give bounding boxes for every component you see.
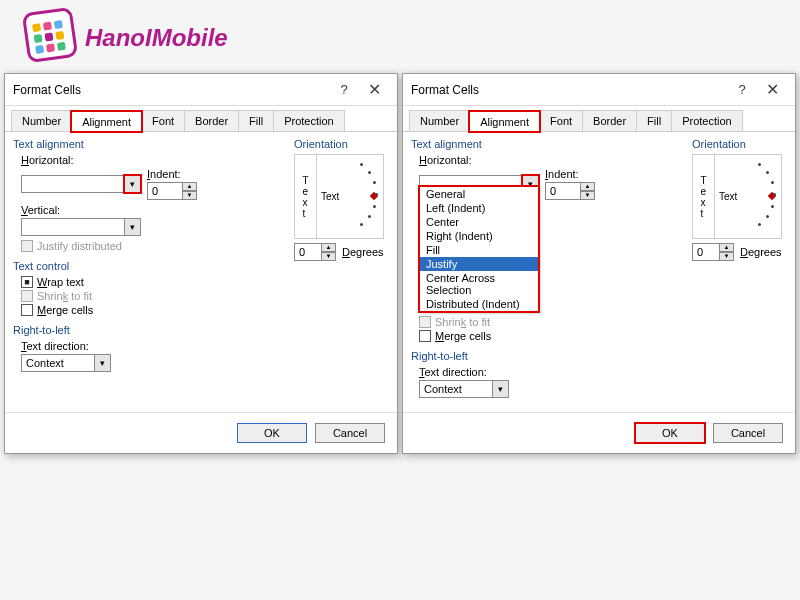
ok-button[interactable]: OK (635, 423, 705, 443)
merge-checkbox[interactable] (21, 304, 33, 316)
chevron-down-icon: ▾ (130, 222, 135, 232)
merge-checkbox[interactable] (419, 330, 431, 342)
shrink-checkbox (419, 316, 431, 328)
tab-font[interactable]: Font (141, 110, 185, 131)
degrees-down[interactable]: ▼ (321, 252, 336, 261)
chevron-down-icon: ▾ (130, 179, 135, 189)
degrees-up[interactable]: ▲ (321, 243, 336, 252)
dialog-title: Format Cells (13, 83, 329, 97)
close-button[interactable]: ✕ (359, 80, 389, 99)
tab-border[interactable]: Border (582, 110, 637, 131)
tab-protection[interactable]: Protection (671, 110, 743, 131)
format-cells-dialog-right: Format Cells ? ✕ Number Alignment Font B… (402, 73, 796, 454)
dd-item-center-across[interactable]: Center Across Selection (420, 271, 538, 297)
logo-icon (20, 10, 75, 65)
text-direction-combo[interactable] (419, 380, 492, 398)
section-orientation: Orientation (692, 138, 787, 150)
label-indent: Indent: (545, 168, 595, 180)
label-wrap-text: Wrap text (37, 276, 84, 288)
orientation-dial[interactable]: Text (317, 155, 383, 238)
degrees-spinner[interactable] (692, 243, 719, 261)
justify-distributed-checkbox (21, 240, 33, 252)
dd-item-right[interactable]: Right (Indent) (420, 229, 538, 243)
titlebar: Format Cells ? ✕ (403, 74, 795, 106)
format-cells-dialog-left: Format Cells ? ✕ Number Alignment Font B… (4, 73, 398, 454)
text-direction-combo[interactable] (21, 354, 94, 372)
label-shrink: Shrink to fit (435, 316, 490, 328)
dd-item-distributed[interactable]: Distributed (Indent) (420, 297, 538, 311)
orientation-text-label: Text (719, 191, 737, 202)
tab-alignment[interactable]: Alignment (71, 111, 142, 132)
section-text-alignment: Text alignment (13, 138, 286, 150)
titlebar: Format Cells ? ✕ (5, 74, 397, 106)
dd-item-center[interactable]: Center (420, 215, 538, 229)
orientation-dial[interactable]: Text (715, 155, 781, 238)
horizontal-combo[interactable] (21, 175, 124, 193)
label-degrees: Degrees (342, 246, 384, 258)
dialog-title: Format Cells (411, 83, 727, 97)
tab-border[interactable]: Border (184, 110, 239, 131)
vertical-text-icon: Text (295, 155, 317, 238)
label-degrees: Degrees (740, 246, 782, 258)
chevron-down-icon: ▾ (498, 384, 503, 394)
dd-item-general[interactable]: General (420, 187, 538, 201)
indent-down[interactable]: ▼ (580, 191, 595, 200)
dd-item-justify[interactable]: Justify (420, 257, 538, 271)
cancel-button[interactable]: Cancel (713, 423, 783, 443)
vertical-combo[interactable] (21, 218, 124, 236)
label-justify-distributed: Justify distributed (37, 240, 122, 252)
label-horizontal: Horizontal: (419, 154, 684, 166)
label-text-direction: Text direction: (21, 340, 286, 352)
degrees-up[interactable]: ▲ (719, 243, 734, 252)
brand-text: HanoIMobile (85, 24, 228, 52)
dialog-pair: Format Cells ? ✕ Number Alignment Font B… (0, 65, 800, 454)
dd-item-fill[interactable]: Fill (420, 243, 538, 257)
indent-spinner[interactable] (147, 182, 182, 200)
cancel-button[interactable]: Cancel (315, 423, 385, 443)
dd-item-left[interactable]: Left (Indent) (420, 201, 538, 215)
horizontal-dropdown-list[interactable]: General Left (Indent) Center Right (Inde… (419, 186, 539, 312)
tab-fill[interactable]: Fill (238, 110, 274, 131)
label-merge: Merge cells (435, 330, 491, 342)
tab-alignment[interactable]: Alignment (469, 111, 540, 132)
tab-fill[interactable]: Fill (636, 110, 672, 131)
degrees-down[interactable]: ▼ (719, 252, 734, 261)
section-text-control: Text control (13, 260, 286, 272)
indent-up[interactable]: ▲ (580, 182, 595, 191)
horizontal-combo-button[interactable]: ▾ (124, 175, 141, 193)
text-direction-button[interactable]: ▾ (492, 380, 509, 398)
indent-spinner[interactable] (545, 182, 580, 200)
degrees-spinner[interactable] (294, 243, 321, 261)
help-button[interactable]: ? (329, 82, 359, 97)
label-shrink: Shrink to fit (37, 290, 92, 302)
logo-area: HanoIMobile (0, 0, 800, 65)
chevron-down-icon: ▾ (100, 358, 105, 368)
tab-font[interactable]: Font (539, 110, 583, 131)
tab-strip: Number Alignment Font Border Fill Protec… (403, 106, 795, 132)
orientation-text-label: Text (321, 191, 339, 202)
shrink-checkbox (21, 290, 33, 302)
vertical-text-icon: Text (693, 155, 715, 238)
vertical-combo-button[interactable]: ▾ (124, 218, 141, 236)
text-direction-button[interactable]: ▾ (94, 354, 111, 372)
label-indent: Indent: (147, 168, 197, 180)
wrap-text-checkbox[interactable] (21, 276, 33, 288)
indent-up[interactable]: ▲ (182, 182, 197, 191)
indent-down[interactable]: ▼ (182, 191, 197, 200)
section-rtl: Right-to-left (411, 350, 684, 362)
label-text-direction: Text direction: (419, 366, 684, 378)
orientation-control[interactable]: Text Text (294, 154, 384, 239)
section-text-alignment: Text alignment (411, 138, 684, 150)
tab-number[interactable]: Number (409, 110, 470, 131)
ok-button[interactable]: OK (237, 423, 307, 443)
tab-strip: Number Alignment Font Border Fill Protec… (5, 106, 397, 132)
help-button[interactable]: ? (727, 82, 757, 97)
section-orientation: Orientation (294, 138, 389, 150)
label-vertical: Vertical: (21, 204, 286, 216)
tab-number[interactable]: Number (11, 110, 72, 131)
section-rtl: Right-to-left (13, 324, 286, 336)
tab-protection[interactable]: Protection (273, 110, 345, 131)
orientation-control[interactable]: Text Text (692, 154, 782, 239)
close-button[interactable]: ✕ (757, 80, 787, 99)
label-horizontal: Horizontal: (21, 154, 286, 166)
